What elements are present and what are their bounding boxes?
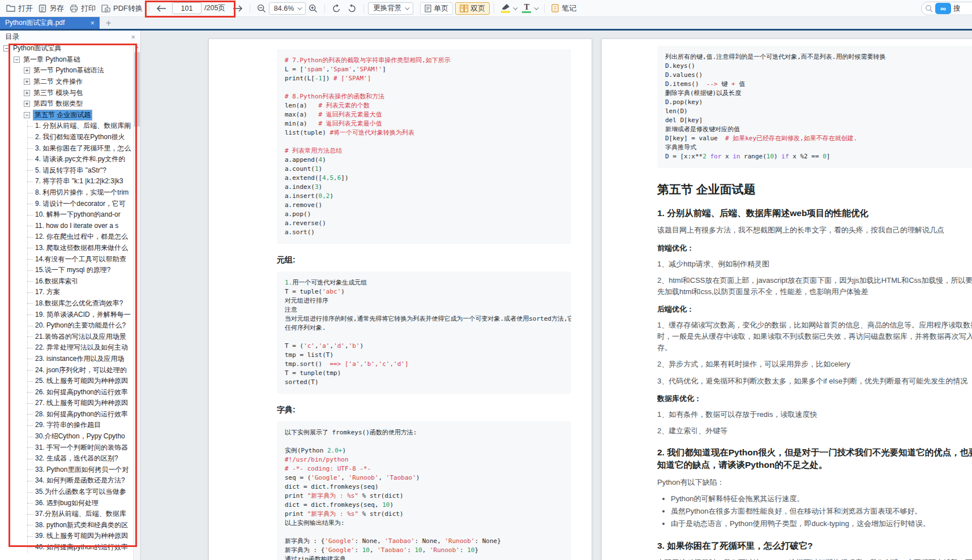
- toc-item[interactable]: 9. 请设计一个decorator，它可: [0, 198, 133, 209]
- collapse-icon[interactable]: −: [24, 112, 30, 118]
- toc-item-label: 15.说一下 mysql 的原理?: [35, 265, 110, 275]
- expand-icon[interactable]: +: [24, 90, 30, 96]
- toc-item[interactable]: 32. 生成器，迭代器的区别?: [0, 453, 133, 464]
- heading: 3. 如果你困在了死循环里，怎么打破它?: [657, 540, 972, 552]
- toc-item[interactable]: 10. 解释一下python的and-or: [0, 209, 133, 221]
- prev-page-button[interactable]: [153, 3, 169, 14]
- bullet-item: Python的可解释特征会拖累其运行速度。: [671, 493, 972, 505]
- redo-button[interactable]: [344, 2, 359, 15]
- toc-item[interactable]: 39. 线上服务可能因为种种原因: [0, 531, 133, 542]
- toc-item[interactable]: 18.数据库怎么优化查询效率?: [0, 298, 133, 309]
- toc-item[interactable]: 17. 方案: [0, 287, 133, 298]
- expand-icon[interactable]: +: [24, 67, 30, 74]
- chevron-down-icon[interactable]: [513, 5, 517, 10]
- toc-item[interactable]: 22. 异常处理写法以及如何主动: [0, 342, 133, 354]
- document-tab[interactable]: Python面试宝典.pdf ×: [0, 17, 100, 29]
- toc-item-label: 24. json序列化时，可以处理的: [35, 365, 127, 375]
- toc-item[interactable]: 15.说一下 mysql 的原理?: [0, 265, 133, 276]
- document-viewer[interactable]: # 7.Python的列表的截取与字符串操作类型相同,如下所示L = ['spa…: [141, 31, 972, 560]
- chevron-down-icon[interactable]: [534, 5, 538, 10]
- toc-item[interactable]: 31. 手写一个判断时间的装饰器: [0, 442, 133, 453]
- toc-close-icon[interactable]: ×: [131, 33, 135, 41]
- toc-title: 目录: [5, 32, 19, 42]
- new-tab-button[interactable]: +: [100, 17, 117, 29]
- toc-item[interactable]: +第四节 数据类型: [0, 98, 133, 110]
- toc-item[interactable]: 21.装饰器的写法以及应用场景: [0, 331, 133, 342]
- ai-infinity-button[interactable]: ∞: [935, 3, 951, 14]
- toc-item[interactable]: 27. 线上服务可能因为种种原因: [0, 398, 133, 409]
- toc-item-label: 2. 我们都知道现在Python很火: [35, 132, 125, 142]
- toc-item[interactable]: 37.分别从前端、后端、数据库: [0, 509, 133, 520]
- magnifier-minus-icon: [257, 4, 266, 13]
- toc-item[interactable]: 2. 我们都知道现在Python很火: [0, 132, 133, 143]
- collapse-icon[interactable]: −: [14, 57, 20, 63]
- toc-item[interactable]: 33. Python里面如何拷贝一个对: [0, 464, 133, 476]
- toc-item[interactable]: 34. 如何判断是函数还是方法?: [0, 475, 133, 486]
- toc-item[interactable]: 14.有没有一个工具可以帮助查: [0, 253, 133, 265]
- text-tool-button[interactable]: T: [519, 2, 540, 15]
- zoom-out-button[interactable]: [254, 2, 269, 15]
- toc-item[interactable]: 40. 如何提高python的运行效率: [0, 542, 133, 553]
- toc-scrollbar[interactable]: ▲: [133, 43, 140, 560]
- scrollbar-thumb[interactable]: [134, 52, 140, 127]
- toc-item[interactable]: 23. isinstance作用以及应用场: [0, 354, 133, 365]
- print-button[interactable]: 打印: [67, 2, 99, 15]
- toc-item-label: 17. 方案: [35, 287, 60, 297]
- toc-item[interactable]: 24. json序列化时，可以处理的: [0, 364, 133, 376]
- toc-item[interactable]: 1. 分别从前端、后端、数据库阐: [0, 120, 133, 132]
- next-page-button[interactable]: [230, 3, 246, 14]
- toc-sidebar: 目录 × −Python面试宝典−第一章 Python基础+第一节 Python…: [0, 31, 141, 560]
- toc-item[interactable]: 26. 如何提高python的运行效率: [0, 386, 133, 398]
- collapse-icon[interactable]: −: [3, 45, 10, 51]
- note-button[interactable]: 笔记: [549, 2, 579, 15]
- toc-item[interactable]: 11. how do I iterate over a s: [0, 221, 133, 232]
- toc-item[interactable]: −第五节 企业面试题: [0, 110, 133, 121]
- toc-item[interactable]: −Python面试宝典: [0, 43, 133, 54]
- toc-item[interactable]: +第三节 模块与包: [0, 87, 133, 98]
- toc-item[interactable]: 12. 你在爬虫过程中，都是怎么: [0, 231, 133, 243]
- page-number-input[interactable]: [172, 2, 202, 14]
- toc-item[interactable]: +第二节 文件操作: [0, 76, 133, 88]
- toc-item[interactable]: 28. 如何提高python的运行效率: [0, 409, 133, 420]
- heading: 第五节 企业面试题: [657, 182, 972, 197]
- toc-item[interactable]: 19. 简单谈谈ACID，并解释每一: [0, 309, 133, 320]
- chevron-down-icon: [405, 5, 409, 10]
- toc-item[interactable]: 30.介绍Cython，Pypy Cpytho: [0, 431, 133, 442]
- redo-icon: [347, 4, 357, 13]
- undo-button[interactable]: [329, 2, 344, 15]
- toc-item[interactable]: 29. 字符串的操作题目: [0, 420, 133, 431]
- toc-item[interactable]: 16.数据库索引: [0, 275, 133, 287]
- expand-icon[interactable]: +: [24, 101, 30, 107]
- highlighter-tool-button[interactable]: [498, 2, 519, 15]
- toc-item[interactable]: 3. 如果你困在了死循环里，怎么: [0, 143, 133, 154]
- toc-item[interactable]: 36. 遇到bug如何处理: [0, 497, 133, 509]
- paragraph: 2、异步方式，如果有耗时操作，可以采用异步，比如celery: [657, 359, 972, 370]
- expand-icon[interactable]: +: [24, 79, 30, 85]
- toc-item[interactable]: 4. 请谈谈.pyc文件和.py文件的: [0, 154, 133, 165]
- zoom-level-select[interactable]: 84.6%: [269, 2, 306, 15]
- save-as-label: 另存: [49, 3, 64, 14]
- toc-item[interactable]: 38. python新式类和经典类的区: [0, 520, 133, 531]
- pdf-convert-button[interactable]: W PDF转换: [99, 2, 145, 15]
- toc-item[interactable]: 8. 利用切片操作，实现一个trim: [0, 187, 133, 199]
- toc-item[interactable]: 35.为什么函数名字可以当做参: [0, 486, 133, 498]
- toc-item[interactable]: 25. 线上服务可能因为种种原因: [0, 376, 133, 387]
- scrollbar-up-arrow[interactable]: ▲: [134, 43, 140, 50]
- toc-item[interactable]: 20. Python的主要功能是什么?: [0, 320, 133, 331]
- open-button[interactable]: 打开: [3, 2, 36, 15]
- toc-item[interactable]: 13. 爬取这些数据都用来做什么: [0, 243, 133, 254]
- toc-item[interactable]: +第一节 Python基础语法: [0, 65, 133, 76]
- search-box[interactable]: ∞ 搜: [921, 2, 972, 15]
- paragraph: 2、建立索引、外键等: [657, 425, 972, 437]
- change-background-button[interactable]: 更换背景: [368, 2, 413, 15]
- toc-item[interactable]: 5. 请反转字符串 "aStr"?: [0, 165, 133, 176]
- toc-item[interactable]: 7. 将字符串 "k:1 |k1:2|k2:3|k3: [0, 176, 133, 187]
- double-page-button[interactable]: 双页: [455, 2, 490, 15]
- zoom-in-button[interactable]: [306, 2, 320, 15]
- toc-item[interactable]: −第一章 Python基础: [0, 54, 133, 66]
- toc-item-label: 5. 请反转字符串 "aStr"?: [35, 166, 106, 175]
- save-as-button[interactable]: 另存: [36, 2, 67, 15]
- single-page-button[interactable]: 单页: [420, 2, 453, 15]
- tab-close-icon[interactable]: ×: [90, 19, 95, 27]
- open-label: 打开: [18, 3, 33, 14]
